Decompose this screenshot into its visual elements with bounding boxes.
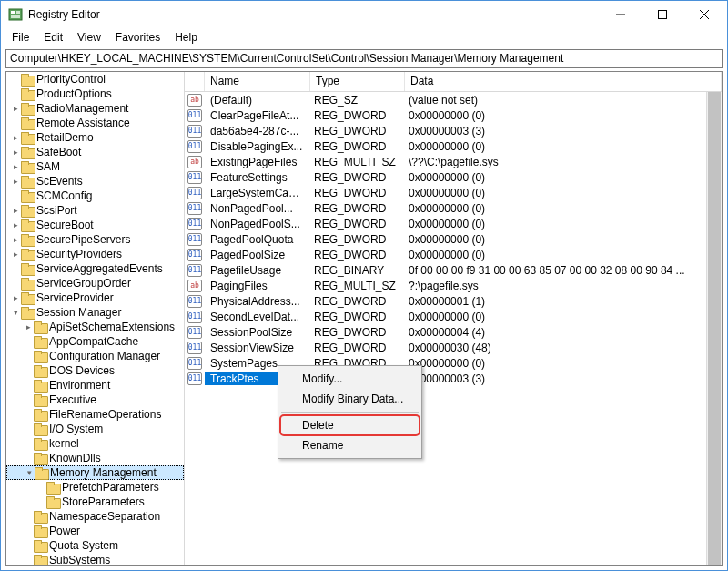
list-row[interactable]: 011da56a5e4-287c-...REG_DWORD0x00000003 … (185, 123, 722, 138)
tree-item[interactable]: Quota System (6, 538, 184, 553)
tree-item-label: FileRenameOperations (49, 408, 161, 421)
tree-item[interactable]: PrefetchParameters (6, 480, 184, 495)
tree-item[interactable]: ▾Session Manager (6, 305, 184, 320)
tree-item[interactable]: ▸RadioManagement (6, 101, 184, 116)
list-view[interactable]: Name Type Data ab(Default)REG_SZ(value n… (185, 72, 722, 565)
list-row[interactable]: 011TrackPtesREG_DWORD0x00000003 (3) (185, 371, 722, 386)
list-row[interactable]: 011NonPagedPoolS...REG_DWORD0x00000000 (… (185, 216, 722, 231)
tree-item[interactable]: ▸SafeBoot (6, 145, 184, 159)
list-row[interactable]: 011PagedPoolQuotaREG_DWORD0x00000000 (0) (185, 231, 722, 247)
value-data: 0x00000001 (1) (403, 295, 722, 308)
context-rename[interactable]: Rename (280, 435, 420, 455)
menu-favorites[interactable]: Favorites (108, 29, 167, 46)
tree-item[interactable]: I/O System (6, 422, 184, 436)
expander-icon[interactable]: ▸ (10, 220, 21, 229)
list-row[interactable]: 011SessionPoolSizeREG_DWORD0x00000004 (4… (185, 324, 722, 340)
tree-item[interactable]: Environment (6, 378, 184, 393)
tree-item[interactable]: ProductOptions (6, 87, 184, 101)
expander-icon[interactable]: ▸ (10, 162, 21, 171)
tree-item[interactable]: ▸ApiSetSchemaExtensions (6, 320, 184, 334)
tree-item[interactable]: PriorityControl (6, 72, 184, 87)
menu-view[interactable]: View (70, 29, 108, 46)
tree-item[interactable]: ▸RetailDemo (6, 130, 184, 145)
expander-icon[interactable]: ▾ (24, 468, 35, 477)
tree-item[interactable]: ▸SecurityProviders (6, 247, 184, 261)
list-row[interactable]: 011PhysicalAddress...REG_DWORD0x00000001… (185, 293, 722, 309)
col-data[interactable]: Data (405, 72, 722, 91)
tree-item[interactable]: SCMConfig (6, 189, 184, 203)
expander-icon[interactable]: ▾ (10, 308, 21, 317)
list-row[interactable]: 011PagefileUsageREG_BINARY0f 00 00 00 f9… (185, 262, 722, 278)
value-data: 0x00000000 (0) (403, 187, 722, 199)
tree-item[interactable]: ▸ServiceProvider (6, 291, 184, 305)
tree-item[interactable]: KnownDlls (6, 451, 184, 465)
menu-edit[interactable]: Edit (36, 29, 70, 46)
titlebar[interactable]: Registry Editor (1, 1, 727, 28)
expander-icon[interactable]: ▸ (10, 148, 21, 157)
tree-item[interactable]: ▸ScEvents (6, 174, 184, 189)
tree-item[interactable]: Remote Assistance (6, 116, 184, 130)
list-row[interactable]: 011DisablePagingEx...REG_DWORD0x00000000… (185, 138, 722, 154)
list-row[interactable]: 011NonPagedPool...REG_DWORD0x00000000 (0… (185, 200, 722, 216)
minimize-button[interactable] (600, 1, 642, 28)
list-row[interactable]: 011PagedPoolSizeREG_DWORD0x00000000 (0) (185, 247, 722, 262)
list-row[interactable]: 011ClearPageFileAt...REG_DWORD0x00000000… (185, 107, 722, 123)
tree-item[interactable]: AppCompatCache (6, 334, 184, 349)
tree-item[interactable]: ServiceAggregatedEvents (6, 261, 184, 276)
value-name: PagingFiles (205, 280, 308, 292)
expander-icon[interactable]: ▸ (10, 133, 21, 142)
tree-view[interactable]: PriorityControlProductOptions▸RadioManag… (6, 72, 185, 565)
tree-item[interactable]: Executive (6, 393, 184, 407)
maximize-button[interactable] (642, 1, 683, 28)
tree-item-label: Environment (49, 379, 110, 392)
tree-item[interactable]: SubSystems (6, 553, 184, 565)
value-type: REG_DWORD (308, 140, 403, 153)
value-name: PagefileUsage (205, 264, 308, 277)
list-row[interactable]: abPagingFilesREG_MULTI_SZ?:\pagefile.sys (185, 278, 722, 293)
expander-icon[interactable]: ▸ (10, 293, 21, 302)
address-bar[interactable]: Computer\HKEY_LOCAL_MACHINE\SYSTEM\Curre… (5, 49, 723, 68)
tree-item-label: Remote Assistance (36, 117, 130, 129)
list-scrollbar[interactable] (706, 92, 722, 565)
tree-item[interactable]: DOS Devices (6, 363, 184, 378)
expander-icon[interactable]: ▸ (10, 250, 21, 259)
list-row[interactable]: 011SecondLevelDat...REG_DWORD0x00000000 … (185, 309, 722, 324)
list-row[interactable]: 011LargeSystemCac...REG_DWORD0x00000000 … (185, 185, 722, 200)
expander-icon[interactable]: ▸ (10, 177, 21, 186)
expander-icon[interactable]: ▸ (10, 104, 21, 113)
value-data: 0x00000003 (3) (403, 125, 722, 138)
menu-help[interactable]: Help (167, 29, 205, 46)
tree-item[interactable]: ▸SAM (6, 159, 184, 174)
expander-icon[interactable]: ▸ (10, 206, 21, 215)
tree-item[interactable]: ▸ScsiPort (6, 203, 184, 218)
tree-item[interactable]: ▸SecurePipeServers (6, 232, 184, 247)
list-row[interactable]: 011SystemPagesREG_DWORD0x00000000 (0) (185, 355, 722, 371)
tree-item[interactable]: FileRenameOperations (6, 407, 184, 422)
menu-file[interactable]: File (5, 29, 36, 46)
value-name: NonPagedPool... (205, 202, 308, 215)
col-name[interactable]: Name (205, 72, 310, 91)
context-delete[interactable]: Delete (280, 415, 420, 435)
list-header[interactable]: Name Type Data (185, 72, 722, 92)
context-modify-binary-data[interactable]: Modify Binary Data... (280, 389, 420, 409)
tree-item[interactable]: ▾Memory Management (6, 465, 184, 480)
list-row[interactable]: ab(Default)REG_SZ(value not set) (185, 92, 722, 107)
tree-item-label: PriorityControl (36, 73, 106, 86)
folder-icon (21, 117, 34, 128)
tree-item[interactable]: ServiceGroupOrder (6, 276, 184, 291)
tree-item[interactable]: NamespaceSeparation (6, 509, 184, 524)
tree-item[interactable]: Configuration Manager (6, 349, 184, 363)
expander-icon[interactable]: ▸ (23, 322, 34, 331)
close-button[interactable] (683, 1, 725, 28)
context-modify[interactable]: Modify... (280, 369, 420, 389)
col-type[interactable]: Type (310, 72, 405, 91)
tree-item[interactable]: ▸SecureBoot (6, 218, 184, 232)
expander-icon[interactable]: ▸ (10, 235, 21, 244)
list-row[interactable]: 011SessionViewSizeREG_DWORD0x00000030 (4… (185, 340, 722, 355)
value-name: SessionPoolSize (205, 326, 308, 339)
list-row[interactable]: 011FeatureSettingsREG_DWORD0x00000000 (0… (185, 169, 722, 185)
tree-item[interactable]: Power (6, 524, 184, 538)
list-row[interactable]: abExistingPageFilesREG_MULTI_SZ\??\C:\pa… (185, 154, 722, 169)
tree-item[interactable]: kernel (6, 436, 184, 451)
tree-item[interactable]: StoreParameters (6, 495, 184, 509)
